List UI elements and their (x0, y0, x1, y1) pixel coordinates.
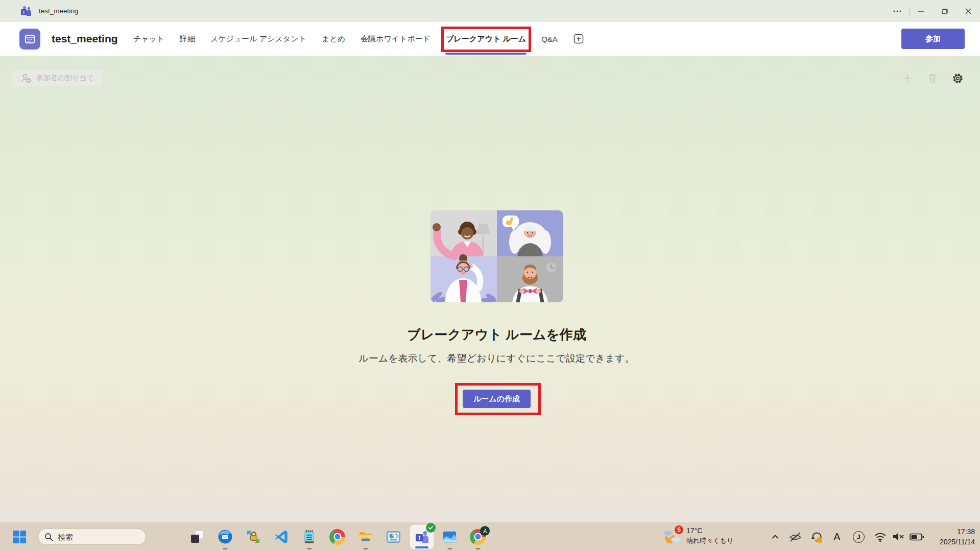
add-tab-icon[interactable] (573, 33, 584, 44)
sync-icon[interactable] (806, 522, 827, 551)
tab-chat[interactable]: チャット (133, 34, 164, 44)
breakout-rooms-panel: 参加者の割り当て (0, 56, 980, 522)
more-icon[interactable] (886, 0, 909, 22)
tab-scheduling-assistant[interactable]: スケジュール アシスタント (210, 34, 306, 44)
system-monitor-icon[interactable] (379, 522, 408, 551)
running-indicator (307, 548, 312, 549)
empty-state-subtitle: ルームを表示して、希望どおりにすぐにここで設定できます。 (303, 352, 691, 365)
notepad-icon[interactable] (295, 522, 323, 551)
running-indicator (223, 548, 227, 549)
active-app-indicator (415, 546, 428, 548)
j-circle-icon[interactable]: J (847, 522, 870, 551)
teams-icon[interactable]: T (410, 525, 434, 549)
system-tray: A J (766, 522, 926, 551)
running-indicator (363, 548, 368, 549)
assign-participants-label: 参加者の割り当て (36, 74, 94, 83)
chrome-icon[interactable] (323, 522, 351, 551)
weather-alert-badge: 5 (674, 524, 684, 535)
file-explorer-icon[interactable] (351, 522, 379, 551)
tab-recap[interactable]: まとめ (322, 34, 345, 44)
clock-time: 17:38 (957, 526, 975, 537)
breakout-empty-state: ブレークアウト ルームを作成 ルームを表示して、希望どおりにすぐにここで設定でき… (303, 210, 691, 408)
window-title: test_meeting (39, 7, 78, 15)
check-badge-icon (426, 523, 436, 533)
tab-breakout-rooms[interactable]: ブレークアウト ルーム (446, 34, 526, 44)
maximize-icon[interactable] (933, 0, 957, 22)
minimize-icon[interactable] (910, 0, 933, 22)
clock-date: 2025/11/14 (940, 537, 975, 547)
delete-icon[interactable] (926, 72, 939, 84)
calendar-tile-icon (19, 29, 40, 50)
start-icon[interactable] (11, 529, 28, 545)
weather-widget[interactable]: 5 17°C 晴れ時々くもり (662, 526, 733, 546)
task-squares-icon[interactable] (183, 522, 211, 551)
tab-details[interactable]: 詳細 (180, 34, 195, 44)
weather-condition: 晴れ時々くもり (686, 536, 733, 545)
ime-icon[interactable]: A (827, 522, 847, 551)
person-add-icon (20, 73, 32, 83)
empty-state-heading: ブレークアウト ルームを作成 (303, 326, 691, 344)
chevron-up-icon[interactable] (766, 522, 784, 551)
taskbar-search[interactable] (38, 529, 146, 545)
vscode-icon[interactable] (267, 522, 295, 551)
weather-temperature: 17°C (686, 526, 733, 536)
j-badge-label: J (853, 531, 865, 543)
search-icon (44, 533, 53, 541)
settings-icon[interactable] (951, 72, 964, 84)
battery-icon[interactable] (907, 522, 926, 551)
taskbar-app-icons: T (183, 522, 492, 551)
svg-text:T: T (417, 535, 421, 541)
running-indicator (447, 548, 452, 549)
breakout-rooms-illustration (431, 210, 563, 302)
running-indicator (475, 548, 480, 549)
svg-text:T: T (22, 10, 26, 15)
volume-mute-icon[interactable] (890, 522, 907, 551)
extension-badge-icon (480, 526, 490, 536)
create-rooms-annotation: ルームの作成 (463, 390, 531, 408)
room-toolbar-icons (901, 70, 964, 86)
wifi-icon[interactable] (870, 522, 890, 551)
window-titlebar: T test_meeting (0, 0, 980, 22)
secure-transfer-icon[interactable] (239, 522, 267, 551)
close-icon[interactable] (957, 0, 980, 22)
taskbar-clock[interactable]: 17:38 2025/11/14 (940, 522, 975, 551)
meeting-tabs: チャット 詳細 スケジュール アシスタント まとめ 会議ホワイトボード ブレーク… (133, 33, 584, 44)
eye-off-icon[interactable] (784, 522, 806, 551)
teams-logo-icon: T (20, 6, 32, 17)
tab-qa[interactable]: Q&A (541, 35, 558, 43)
windows-taskbar: T (0, 522, 980, 551)
assign-participants-button[interactable]: 参加者の割り当て (12, 70, 102, 86)
join-button[interactable]: 参加 (901, 29, 965, 49)
create-rooms-button[interactable]: ルームの作成 (463, 390, 531, 408)
desktop-screen: T test_meeting te (0, 0, 980, 551)
chrome-badged-icon[interactable] (464, 522, 492, 551)
tab-meeting-whiteboard[interactable]: 会議ホワイトボード (361, 34, 431, 44)
teams-taskbar-item[interactable]: T (408, 522, 436, 551)
add-room-icon[interactable] (901, 72, 914, 84)
meeting-header: test_meeting チャット 詳細 スケジュール アシスタント まとめ 会… (0, 22, 980, 56)
thunderbird-icon[interactable] (211, 522, 239, 551)
search-input[interactable] (58, 533, 134, 541)
photos-icon[interactable] (436, 522, 464, 551)
ime-mode-label: A (833, 531, 840, 543)
meeting-title: test_meeting (52, 33, 118, 45)
